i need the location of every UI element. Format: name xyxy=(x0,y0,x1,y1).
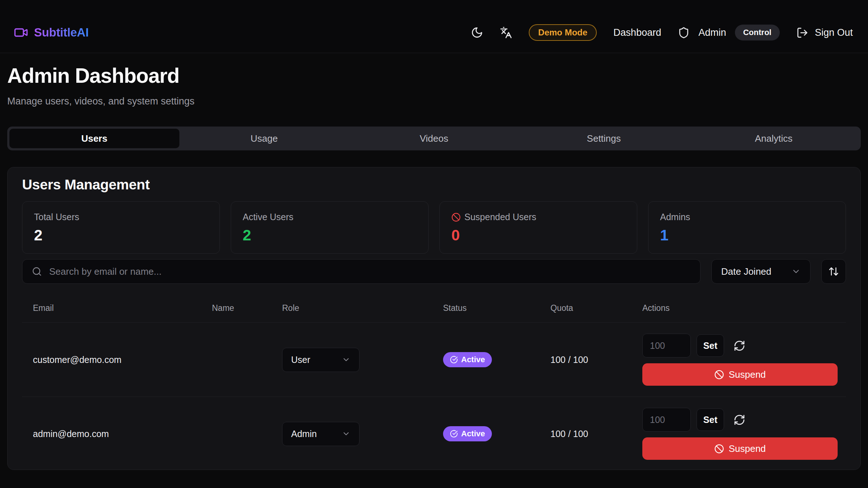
panel-title: Users Management xyxy=(22,177,846,193)
nav-right: Demo Mode Dashboard Admin Control Sign O… xyxy=(471,24,853,41)
stat-label-text: Active Users xyxy=(243,212,293,222)
sort-field-select[interactable]: Date Joined xyxy=(711,259,810,284)
sort-direction-button[interactable] xyxy=(821,259,846,284)
search-box xyxy=(22,259,701,284)
quota-value: 100 / 100 xyxy=(550,355,642,365)
column-header: Name xyxy=(212,303,282,313)
actions-cell: Set Suspend xyxy=(642,408,846,460)
shield-icon xyxy=(678,27,690,39)
tab[interactable]: Analytics xyxy=(689,129,859,148)
stat-card: Admins 1 xyxy=(648,201,846,254)
language-icon[interactable] xyxy=(500,26,512,39)
search-icon xyxy=(32,266,42,277)
circle-check-icon xyxy=(450,356,458,364)
user-email: admin@demo.com xyxy=(22,429,212,439)
control-badge: Control xyxy=(735,25,780,40)
tab-label: Usage xyxy=(251,133,278,144)
tab[interactable]: Videos xyxy=(349,129,519,148)
brand-logo[interactable]: SubtitleAI xyxy=(14,25,89,40)
status-badge: Active xyxy=(443,352,492,367)
column-header: Role xyxy=(282,303,443,313)
theme-toggle-moon-icon[interactable] xyxy=(471,26,483,39)
brand-name: SubtitleAI xyxy=(34,26,89,39)
stat-label-text: Admins xyxy=(660,212,690,222)
search-row: Date Joined xyxy=(22,259,846,284)
status-text: Active xyxy=(461,429,485,438)
user-email: customer@demo.com xyxy=(22,355,212,365)
search-input[interactable] xyxy=(49,266,691,277)
table-row: customer@demo.com User Active xyxy=(22,322,846,397)
tab-label: Settings xyxy=(587,133,621,144)
column-header: Email xyxy=(22,303,212,313)
chevron-down-icon xyxy=(342,429,350,438)
set-quota-button[interactable]: Set xyxy=(697,334,724,357)
tab[interactable]: Users xyxy=(9,129,179,148)
sign-out-button[interactable]: Sign Out xyxy=(796,27,853,39)
main-content: Admin Dashboard Manage users, videos, an… xyxy=(0,63,868,470)
stat-label: Active Users xyxy=(243,212,417,222)
status-text: Active xyxy=(461,355,485,364)
role-value: Admin xyxy=(291,429,317,439)
role-select[interactable]: User xyxy=(282,348,359,372)
status-badge: Active xyxy=(443,426,492,441)
sign-out-label: Sign Out xyxy=(815,27,853,38)
suspend-button[interactable]: Suspend xyxy=(642,437,838,460)
log-out-icon xyxy=(796,27,808,39)
chevron-down-icon xyxy=(791,267,801,276)
admin-role-group: Admin Control xyxy=(678,25,780,40)
stat-value: 2 xyxy=(243,227,417,244)
tab[interactable]: Settings xyxy=(519,129,689,148)
column-header: Actions xyxy=(642,303,846,313)
stat-value: 2 xyxy=(34,227,208,244)
stat-label: Suspended Users xyxy=(451,212,625,222)
stat-label-text: Suspended Users xyxy=(464,212,536,222)
circle-check-icon xyxy=(450,430,458,438)
table-row: admin@demo.com Admin Active xyxy=(22,397,846,470)
column-header: Quota xyxy=(550,303,642,313)
top-nav: SubtitleAI Demo Mode Dashboard Admin Con… xyxy=(0,0,868,53)
suspend-label: Suspend xyxy=(729,369,766,380)
stat-value: 0 xyxy=(451,227,625,244)
tab-label: Analytics xyxy=(755,133,792,144)
actions-cell: Set Suspend xyxy=(642,334,846,386)
quota-input[interactable] xyxy=(642,334,691,358)
users-table-body: customer@demo.com User Active xyxy=(22,322,846,470)
page-title: Admin Dashboard xyxy=(7,63,861,88)
ban-icon xyxy=(451,213,461,222)
refresh-icon[interactable] xyxy=(733,340,745,352)
stat-value: 1 xyxy=(660,227,834,244)
demo-mode-badge: Demo Mode xyxy=(529,24,597,41)
stat-card: Active Users 2 xyxy=(231,201,429,254)
refresh-icon[interactable] xyxy=(733,414,745,426)
stats-row: Total Users 2 Active Users 2 Suspended U… xyxy=(22,201,846,254)
stat-card: Total Users 2 xyxy=(22,201,220,254)
sort-field-value: Date Joined xyxy=(721,266,771,277)
suspend-button[interactable]: Suspend xyxy=(642,363,838,386)
tab[interactable]: Usage xyxy=(179,129,349,148)
stat-label-text: Total Users xyxy=(34,212,79,222)
nav-link-dashboard[interactable]: Dashboard xyxy=(613,27,661,38)
chevron-down-icon xyxy=(342,355,350,364)
page-subtitle: Manage users, videos, and system setting… xyxy=(7,96,861,107)
users-management-panel: Users Management Total Users 2 Active Us… xyxy=(7,167,861,470)
suspend-label: Suspend xyxy=(729,443,766,454)
stat-label: Total Users xyxy=(34,212,208,222)
stat-card: Suspended Users 0 xyxy=(439,201,637,254)
stat-label: Admins xyxy=(660,212,834,222)
column-header: Status xyxy=(443,303,550,313)
quota-input[interactable] xyxy=(642,408,691,432)
table-header: Email Name Role Status Quota Actions xyxy=(22,284,846,322)
tab-bar: Users Usage Videos Settings Analytics xyxy=(7,127,861,150)
tab-label: Users xyxy=(81,133,107,144)
video-camera-icon xyxy=(14,25,28,40)
ban-icon xyxy=(714,370,724,380)
admin-label: Admin xyxy=(698,27,726,38)
set-quota-button[interactable]: Set xyxy=(697,408,724,431)
role-select[interactable]: Admin xyxy=(282,422,359,446)
quota-value: 100 / 100 xyxy=(550,429,642,439)
tab-label: Videos xyxy=(420,133,448,144)
ban-icon xyxy=(714,444,724,454)
role-value: User xyxy=(291,355,310,365)
